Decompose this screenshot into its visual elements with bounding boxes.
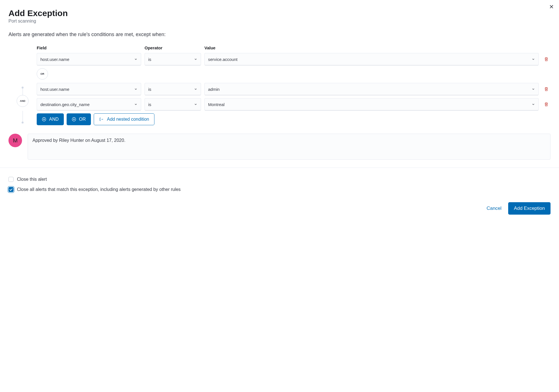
comment-text: Approved by Riley Hunter on August 17, 2… (32, 138, 125, 143)
column-header-operator: Operator (145, 45, 201, 50)
close-alert-label: Close this alert (17, 177, 47, 182)
add-nested-button[interactable]: Add nested condition (94, 113, 154, 125)
user-avatar: M (8, 134, 22, 147)
value-value: service.account (208, 57, 237, 62)
chevron-down-icon (532, 57, 535, 62)
condition-row: host.user.name is service.account (37, 53, 551, 65)
plus-circle-icon (42, 117, 46, 122)
delete-row-button[interactable] (542, 87, 551, 91)
plus-circle-icon (72, 117, 76, 122)
comment-input[interactable]: Approved by Riley Hunter on August 17, 2… (28, 134, 551, 160)
operator-select[interactable]: is (145, 98, 201, 111)
field-value: host.user.name (40, 57, 69, 62)
chevron-down-icon (194, 87, 197, 92)
value-select[interactable]: Montreal (204, 98, 539, 111)
value-select[interactable]: service.account (204, 53, 539, 65)
cancel-button[interactable]: Cancel (486, 206, 501, 211)
chevron-down-icon (134, 102, 137, 107)
field-value: host.user.name (40, 87, 69, 92)
column-header-field: Field (37, 45, 141, 50)
field-value: destination.geo.city_name (40, 102, 89, 107)
operator-value: is (148, 102, 151, 107)
field-select[interactable]: destination.geo.city_name (37, 98, 141, 111)
chevron-down-icon (134, 87, 137, 92)
chevron-down-icon (194, 57, 197, 62)
operator-select[interactable]: is (145, 83, 201, 95)
column-header-value: Value (204, 45, 539, 50)
close-all-label: Close all alerts that match this excepti… (17, 187, 181, 192)
field-select[interactable]: host.user.name (37, 53, 141, 65)
column-header-row: Field Operator Value (37, 45, 551, 50)
add-and-button[interactable]: AND (37, 113, 64, 125)
chevron-down-icon (532, 102, 535, 107)
add-nested-label: Add nested condition (107, 117, 149, 122)
add-exception-button[interactable]: Add Exception (508, 202, 551, 215)
close-button[interactable]: ✕ (549, 3, 554, 10)
or-logic-badge: OR (37, 68, 48, 80)
chevron-down-icon (194, 102, 197, 107)
page-title: Add Exception (8, 8, 551, 18)
value-select[interactable]: admin (204, 83, 539, 95)
operator-value: is (148, 57, 151, 62)
and-logic-badge: AND (17, 95, 29, 107)
operator-value: is (148, 87, 151, 92)
trash-icon (544, 57, 549, 61)
value-value: Montreal (208, 102, 224, 107)
delete-row-button[interactable] (542, 57, 551, 61)
close-all-checkbox[interactable] (8, 187, 14, 192)
trash-icon (544, 87, 549, 91)
add-and-label: AND (49, 117, 59, 122)
delete-row-button[interactable] (542, 102, 551, 107)
condition-row: destination.geo.city_name is Montreal (37, 98, 551, 111)
condition-row: host.user.name is admin (37, 83, 551, 95)
page-subtitle: Port scanning (8, 19, 551, 24)
description-text: Alerts are generated when the rule's con… (8, 32, 551, 38)
value-value: admin (208, 87, 220, 92)
add-or-label: OR (79, 117, 86, 122)
field-select[interactable]: host.user.name (37, 83, 141, 95)
section-divider (0, 168, 559, 168)
and-connector-column: AND (8, 45, 37, 125)
chevron-down-icon (134, 57, 137, 62)
add-or-button[interactable]: OR (67, 113, 91, 125)
close-alert-checkbox[interactable] (8, 177, 14, 182)
nested-icon (99, 117, 104, 122)
operator-select[interactable]: is (145, 53, 201, 65)
chevron-down-icon (532, 87, 535, 92)
trash-icon (544, 102, 549, 107)
